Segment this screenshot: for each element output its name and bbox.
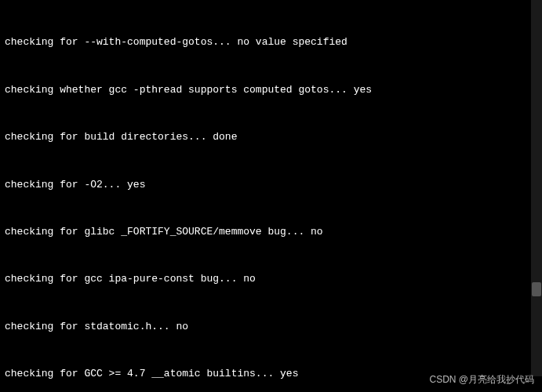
watermark-text: CSDN @月亮给我抄代码: [429, 372, 534, 387]
output-line: checking for build directories... done: [5, 129, 537, 145]
output-line: checking for -O2... yes: [5, 177, 537, 193]
output-line: checking for --with-computed-gotos... no…: [5, 34, 537, 50]
output-line: checking for gcc ipa-pure-const bug... n…: [5, 271, 537, 287]
scrollbar-thumb[interactable]: [532, 282, 541, 296]
output-line: checking whether gcc -pthread supports c…: [5, 82, 537, 98]
output-line: checking for stdatomic.h... no: [5, 319, 537, 335]
terminal-output: checking for --with-computed-gotos... no…: [5, 3, 537, 392]
output-line: checking for glibc _FORTIFY_SOURCE/memmo…: [5, 224, 537, 240]
scrollbar-track[interactable]: [531, 0, 542, 376]
